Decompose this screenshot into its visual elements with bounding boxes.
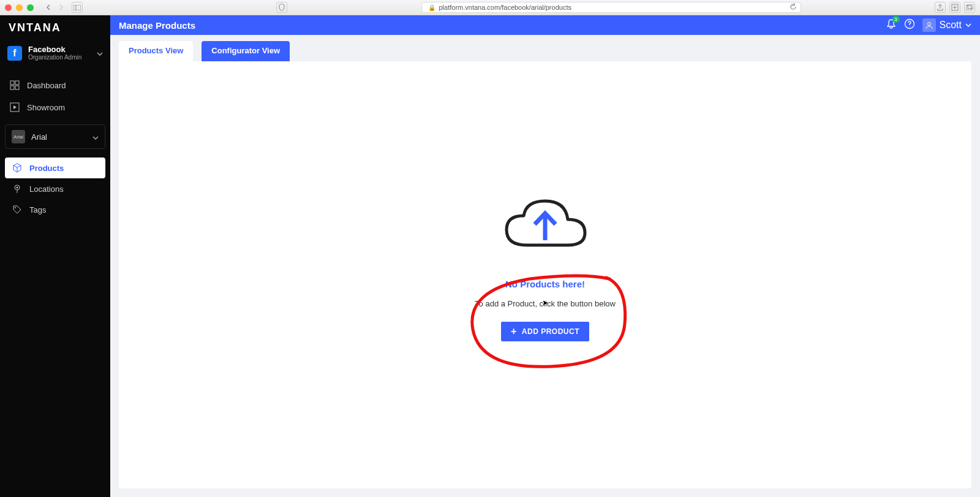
empty-title: No Products here!: [475, 279, 616, 289]
sidebar-item-dashboard[interactable]: Dashboard: [0, 74, 110, 96]
sidebar-item-label: Tags: [29, 205, 46, 214]
svg-rect-6: [968, 4, 973, 9]
maximize-window-icon[interactable]: [27, 4, 34, 11]
cube-icon: [12, 163, 22, 173]
brand-logo: VNTANA: [0, 15, 110, 40]
svg-rect-10: [15, 86, 19, 89]
svg-rect-0: [74, 5, 81, 10]
plus-icon: +: [511, 327, 517, 336]
avatar-icon: [922, 18, 936, 32]
content-area: No Products here! To add a Product, clic…: [119, 61, 971, 488]
traffic-lights: [5, 4, 34, 11]
browser-chrome: 🔒 platform.vntana.com/facebook/arial/pro…: [0, 0, 980, 15]
cursor-icon: ➤: [542, 298, 548, 307]
new-tab-icon[interactable]: [949, 2, 960, 13]
svg-rect-7: [10, 81, 14, 85]
svg-point-16: [927, 23, 930, 26]
svg-rect-5: [966, 6, 971, 10]
add-button-label: ADD PRODUCT: [522, 327, 579, 336]
chevron-down-icon: [965, 23, 971, 27]
sidebar-item-tags[interactable]: Tags: [5, 199, 105, 220]
notif-badge: 3: [892, 16, 900, 23]
user-menu[interactable]: Scott: [922, 18, 971, 32]
sidebar-item-label: Locations: [29, 184, 64, 194]
sidebar-item-label: Dashboard: [27, 81, 66, 90]
org-switcher[interactable]: f Facebook Organization Admin: [0, 40, 110, 66]
svg-point-14: [15, 207, 16, 208]
tab-products-view[interactable]: Products View: [119, 41, 193, 61]
tab-configurator-view[interactable]: Configurator View: [202, 41, 290, 61]
sidebar-item-products[interactable]: Products: [5, 157, 105, 178]
sidebar-item-label: Products: [29, 164, 64, 173]
chevron-down-icon: [92, 132, 99, 142]
refresh-icon[interactable]: [790, 3, 797, 12]
minimize-window-icon[interactable]: [16, 4, 23, 11]
project-switcher[interactable]: Arial Arial: [5, 124, 105, 149]
notifications-button[interactable]: 3: [886, 18, 897, 32]
address-bar[interactable]: 🔒 platform.vntana.com/facebook/arial/pro…: [421, 2, 801, 13]
svg-rect-8: [15, 81, 19, 85]
shield-icon[interactable]: [276, 2, 287, 13]
back-button[interactable]: [43, 2, 55, 13]
location-icon: [12, 184, 22, 194]
sidebar: VNTANA f Facebook Organization Admin Das…: [0, 15, 110, 497]
svg-rect-9: [10, 86, 14, 89]
sidebar-toggle-icon[interactable]: [72, 2, 83, 13]
topbar: Manage Products 3 Scott: [110, 15, 980, 35]
tag-icon: [12, 205, 22, 214]
add-product-button[interactable]: + ADD PRODUCT: [501, 322, 589, 341]
close-window-icon[interactable]: [5, 4, 12, 11]
forward-button[interactable]: [56, 2, 67, 13]
svg-point-13: [17, 187, 18, 189]
user-name: Scott: [940, 20, 962, 31]
sidebar-item-label: Showroom: [27, 103, 65, 112]
chevron-down-icon: [97, 48, 103, 58]
cloud-upload-icon: [499, 196, 591, 254]
project-thumb: Arial: [12, 130, 25, 143]
showroom-icon: [10, 102, 20, 112]
project-name: Arial: [31, 132, 86, 142]
dashboard-icon: [10, 80, 20, 90]
org-role: Organization Admin: [28, 54, 91, 61]
main: Manage Products 3 Scott Pro: [110, 15, 980, 497]
help-button[interactable]: [904, 18, 915, 32]
org-name: Facebook: [28, 45, 91, 54]
empty-state: No Products here! To add a Product, clic…: [475, 196, 616, 354]
url-text: platform.vntana.com/facebook/arial/produ…: [439, 4, 571, 11]
help-icon: [904, 18, 915, 29]
view-tabs: Products View Configurator View: [110, 35, 980, 61]
tabs-icon[interactable]: [964, 2, 975, 13]
page-title: Manage Products: [119, 20, 886, 31]
facebook-icon: f: [7, 46, 22, 61]
sidebar-item-locations[interactable]: Locations: [5, 178, 105, 199]
share-icon[interactable]: [935, 2, 946, 13]
lock-icon: 🔒: [428, 4, 435, 11]
sidebar-item-showroom[interactable]: Showroom: [0, 96, 110, 118]
